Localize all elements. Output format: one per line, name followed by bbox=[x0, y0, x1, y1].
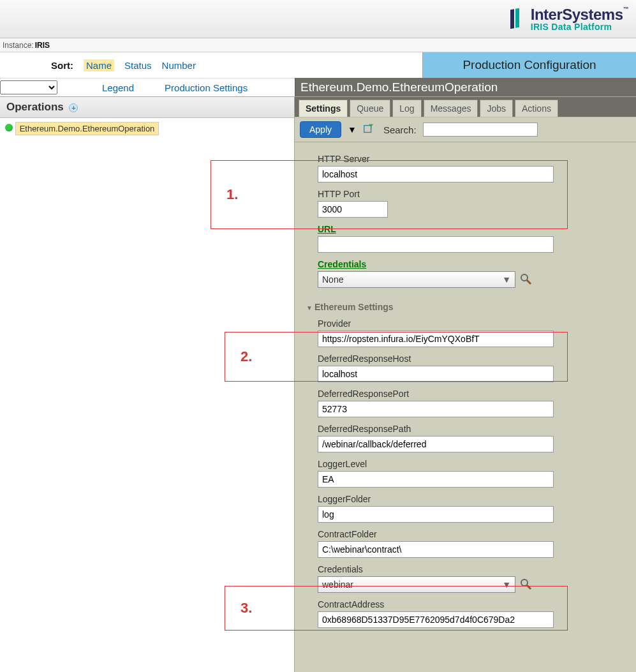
sort-option-status[interactable]: Status bbox=[124, 60, 152, 71]
lookup-credentials-eth-icon[interactable] bbox=[519, 578, 532, 592]
legend-link[interactable]: Legend bbox=[102, 82, 134, 93]
svg-rect-2 bbox=[364, 125, 371, 132]
svg-point-3 bbox=[521, 274, 528, 281]
operation-item[interactable]: Ethereum.Demo.EthereumOperation bbox=[15, 122, 159, 135]
sort-label: Sort: bbox=[51, 60, 73, 71]
select-credentials-eth[interactable]: webinar ▼ bbox=[318, 576, 515, 593]
input-http-port[interactable] bbox=[318, 201, 388, 218]
instance-name: IRIS bbox=[35, 41, 50, 50]
status-dot-running bbox=[5, 124, 13, 131]
settings-tabs: Settings Queue Log Messages Jobs Actions bbox=[295, 97, 636, 117]
select-credentials[interactable]: None ▼ bbox=[318, 271, 515, 288]
page-title: Production Configuration bbox=[422, 52, 636, 78]
label-deferred-host: DeferredResponseHost bbox=[318, 354, 630, 364]
tab-messages[interactable]: Messages bbox=[424, 100, 478, 117]
brand-name: InterSystems™ bbox=[531, 6, 628, 22]
svg-point-5 bbox=[521, 579, 528, 586]
sort-option-number[interactable]: Number bbox=[162, 60, 196, 71]
label-logger-level: LoggerLevel bbox=[318, 459, 630, 469]
section-ethereum-settings[interactable]: ▼Ethereum Settings bbox=[306, 302, 630, 312]
label-logger-folder: LoggerFolder bbox=[318, 494, 630, 504]
label-deferred-path: DeferredResponsePath bbox=[318, 424, 630, 434]
lookup-credentials-icon[interactable] bbox=[519, 273, 532, 287]
export-icon[interactable] bbox=[363, 123, 374, 137]
input-http-server[interactable] bbox=[318, 166, 554, 183]
chevron-down-icon: ▼ bbox=[502, 274, 511, 285]
label-contract-address: ContractAddress bbox=[318, 599, 630, 609]
input-deferred-host[interactable] bbox=[318, 366, 554, 382]
brand-bar: InterSystems™ IRIS Data Platform bbox=[0, 0, 636, 38]
collapse-all-icon[interactable]: ▼ bbox=[348, 124, 357, 135]
svg-line-6 bbox=[527, 585, 531, 589]
brand-logo: InterSystems™ IRIS Data Platform bbox=[504, 6, 628, 33]
tab-jobs[interactable]: Jobs bbox=[480, 100, 513, 117]
input-url[interactable] bbox=[318, 236, 554, 253]
brand-subtitle: IRIS Data Platform bbox=[531, 22, 628, 32]
operations-header: Operations + bbox=[0, 97, 294, 118]
input-logger-folder[interactable] bbox=[318, 506, 554, 523]
search-label: Search: bbox=[383, 124, 417, 135]
label-provider: Provider bbox=[318, 318, 630, 329]
svg-rect-1 bbox=[515, 8, 519, 27]
label-credentials-eth: Credentials bbox=[318, 564, 630, 574]
tab-actions[interactable]: Actions bbox=[515, 100, 558, 117]
tab-log[interactable]: Log bbox=[392, 100, 421, 117]
label-url[interactable]: URL bbox=[318, 224, 630, 234]
add-operation-button[interactable]: + bbox=[69, 103, 78, 112]
search-input[interactable] bbox=[423, 123, 538, 137]
caret-down-icon: ▼ bbox=[306, 304, 313, 311]
tab-settings[interactable]: Settings bbox=[299, 100, 348, 117]
svg-line-4 bbox=[527, 280, 531, 284]
label-contract-folder: ContractFolder bbox=[318, 529, 630, 539]
svg-rect-0 bbox=[510, 9, 514, 29]
chevron-down-icon: ▼ bbox=[502, 579, 511, 590]
input-deferred-port[interactable] bbox=[318, 401, 554, 417]
input-provider[interactable] bbox=[318, 331, 554, 347]
label-deferred-port: DeferredResponsePort bbox=[318, 389, 630, 399]
input-contract-address[interactable] bbox=[318, 611, 554, 628]
input-deferred-path[interactable] bbox=[318, 436, 554, 452]
production-settings-link[interactable]: Production Settings bbox=[165, 82, 248, 93]
label-credentials[interactable]: Credentials bbox=[318, 259, 630, 269]
view-selector[interactable] bbox=[0, 80, 57, 94]
tab-queue[interactable]: Queue bbox=[350, 100, 390, 117]
intersystems-logo-icon bbox=[504, 6, 526, 33]
apply-button[interactable]: Apply bbox=[300, 121, 341, 138]
input-logger-level[interactable] bbox=[318, 471, 554, 488]
sort-option-name[interactable]: Name bbox=[84, 59, 114, 71]
instance-row: Instance:IRIS bbox=[0, 38, 636, 52]
settings-panel-title: Ethereum.Demo.EthereumOperation bbox=[295, 78, 636, 96]
input-contract-folder[interactable] bbox=[318, 541, 554, 558]
label-http-server: HTTP Server bbox=[318, 154, 630, 164]
label-http-port: HTTP Port bbox=[318, 189, 630, 199]
